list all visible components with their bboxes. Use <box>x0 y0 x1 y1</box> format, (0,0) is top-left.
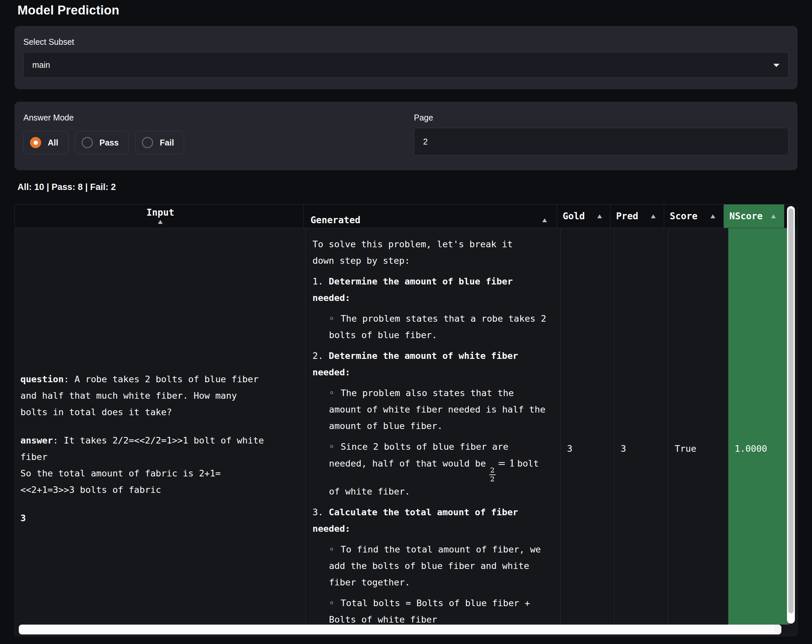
column-header-generated[interactable]: Generated ▲ <box>304 204 557 228</box>
step-title-text: Determine the amount of white fiber need… <box>313 351 518 377</box>
cell-score: True <box>669 228 728 624</box>
step-title-text: Determine the amount of blue fiber neede… <box>313 276 513 303</box>
answer-mode-options: All Pass Fail <box>23 131 398 154</box>
bullet-item: ◦To find the total amount of fiber, we a… <box>329 541 551 591</box>
sort-asc-icon: ▲ <box>596 212 604 220</box>
fraction-denominator: 2 <box>489 475 496 483</box>
answer-mode-group: Answer Mode All Pass Fail <box>23 113 398 159</box>
gold-value: 3 <box>567 441 572 457</box>
cell-nscore: 1.0000 <box>728 228 789 624</box>
sort-asc-icon: ▲ <box>541 216 549 224</box>
pred-value: 3 <box>621 441 626 457</box>
column-header-pred[interactable]: Pred ▲ <box>611 204 664 228</box>
page-input-value: 2 <box>423 137 428 147</box>
sort-asc-icon: ▲ <box>649 212 657 220</box>
table-header-row: Input ▲ Generated ▲ Gold ▲ Pred ▲ Score … <box>15 204 797 228</box>
step-3-title: 3. Calculate the total amount of fiber n… <box>313 504 551 537</box>
bullet-text: The problem also states that the amount … <box>329 388 545 431</box>
answer-key: answer <box>20 435 53 446</box>
column-label: Generated <box>310 215 360 226</box>
sort-asc-icon: ▲ <box>769 212 777 220</box>
fraction-numerator: 2 <box>489 466 496 475</box>
bullet-text: To find the total amount of fiber, we ad… <box>329 544 541 588</box>
question-paragraph: question: A robe takes 2 bolts of blue f… <box>20 371 302 420</box>
column-label: Score <box>670 211 698 221</box>
table-body: question: A robe takes 2 bolts of blue f… <box>15 228 797 624</box>
answer-mode-label: Answer Mode <box>23 113 398 122</box>
step-number: 1. <box>313 276 329 287</box>
subset-select[interactable]: main ▼ <box>23 52 789 78</box>
radio-option-all[interactable]: All <box>23 131 69 154</box>
column-header-score[interactable]: Score ▲ <box>664 204 724 228</box>
bullet-item-math: ◦Since 2 bolts of blue fiber are needed,… <box>329 438 551 500</box>
cell-gold: 3 <box>561 228 614 624</box>
cell-pred: 3 <box>614 228 669 624</box>
sort-asc-icon: ▲ <box>709 212 717 220</box>
bullet-icon: ◦ <box>329 441 334 452</box>
fraction: 22 <box>489 466 496 483</box>
math-bullet-pre: Since 2 bolts of blue fiber are needed, … <box>329 441 508 469</box>
horizontal-scrollbar-thumb[interactable] <box>20 625 774 634</box>
step-1-title: 1. Determine the amount of blue fiber ne… <box>313 273 551 306</box>
bullet-text: The problem states that a robe takes 2 b… <box>329 313 546 340</box>
subset-select-value: main <box>32 60 50 70</box>
final-answer: 3 <box>20 510 302 526</box>
radio-label: Fail <box>160 138 174 148</box>
radio-selected-icon <box>30 137 41 148</box>
radio-label: All <box>48 138 58 148</box>
results-table: Input ▲ Generated ▲ Gold ▲ Pred ▲ Score … <box>14 204 798 636</box>
subset-card: Select Subset main ▼ <box>14 26 798 89</box>
cell-input: question: A robe takes 2 bolts of blue f… <box>15 228 305 624</box>
stats-summary: All: 10 | Pass: 8 | Fail: 2 <box>17 182 798 192</box>
bullet-item: ◦The problem also states that the amount… <box>329 385 551 434</box>
chevron-down-icon: ▼ <box>771 62 782 67</box>
sort-asc-icon: ▲ <box>156 218 164 226</box>
final-answer-value: 3 <box>20 513 26 523</box>
app-root: Model Prediction Select Subset main ▼ An… <box>0 0 812 636</box>
column-label: Gold <box>563 211 585 221</box>
radio-unselected-icon <box>142 137 153 148</box>
column-label: Input <box>147 207 174 218</box>
step-2-title: 2. Determine the amount of white fiber n… <box>313 348 551 381</box>
bullet-text: Total bolts = Bolts of blue fiber + Bolt… <box>329 598 530 624</box>
fraction-equals: = 1 <box>498 457 515 469</box>
radio-label: Pass <box>99 138 119 148</box>
page-field-group: Page 2 <box>414 113 789 159</box>
bullet-icon: ◦ <box>329 388 334 398</box>
answer-paragraph: answer: It takes 2/2=<<2/2=1>>1 bolt of … <box>20 432 302 498</box>
horizontal-scrollbar-track[interactable] <box>19 624 781 635</box>
answer-text: : It takes 2/2=<<2/2=1>>1 bolt of white … <box>20 435 264 495</box>
bullet-item: ◦The problem states that a robe takes 2 … <box>329 310 551 343</box>
page-input[interactable]: 2 <box>414 128 789 156</box>
generated-intro: To solve this problem, let's break it do… <box>313 236 551 269</box>
step-number: 2. <box>313 351 329 361</box>
vertical-scrollbar-thumb[interactable] <box>788 208 794 613</box>
nscore-value: 1.0000 <box>735 441 767 457</box>
radio-option-pass[interactable]: Pass <box>75 131 129 154</box>
page-label: Page <box>414 113 789 122</box>
column-label: NScore <box>730 211 763 221</box>
step-number: 3. <box>313 507 329 517</box>
column-label: Pred <box>616 211 638 221</box>
column-header-gold[interactable]: Gold ▲ <box>557 204 611 228</box>
column-header-input[interactable]: Input ▲ <box>15 204 304 228</box>
score-value: True <box>675 441 696 457</box>
vertical-scrollbar-track[interactable] <box>787 206 795 624</box>
radio-unselected-icon <box>82 137 93 148</box>
bullet-icon: ◦ <box>329 313 334 324</box>
page-title: Model Prediction <box>17 3 798 17</box>
bullet-icon: ◦ <box>329 598 334 608</box>
step-title-text: Calculate the total amount of fiber need… <box>313 507 518 534</box>
cell-generated: To solve this problem, let's break it do… <box>305 228 561 624</box>
question-key: question <box>20 374 64 384</box>
radio-option-fail[interactable]: Fail <box>135 131 184 154</box>
column-header-nscore[interactable]: NScore ▲ <box>724 204 785 228</box>
bullet-item: ◦Total bolts = Bolts of blue fiber + Bol… <box>329 595 551 624</box>
subset-label: Select Subset <box>23 37 789 47</box>
filter-card: Answer Mode All Pass Fail Page 2 <box>14 102 798 170</box>
bullet-icon: ◦ <box>329 544 334 554</box>
